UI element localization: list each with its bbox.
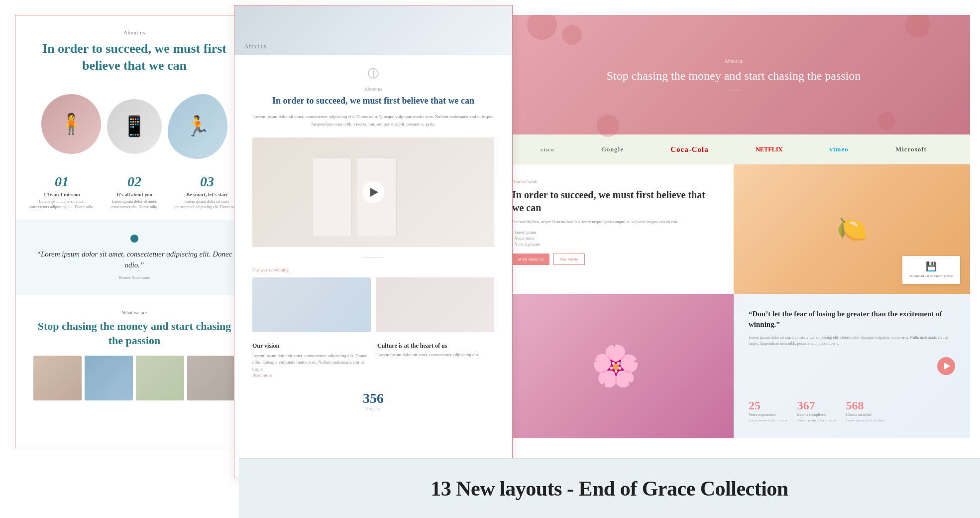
- checklist-item-2: Neque tortor: [512, 236, 719, 241]
- middle-stat: 356 Projects: [252, 386, 494, 416]
- stat-years: 25 Years experience Lorem ipsum dolor si…: [749, 399, 787, 423]
- vision-section: Our vision Lorem ipsum dolor sit amet, c…: [252, 342, 369, 378]
- middle-about-label: About us: [252, 86, 494, 92]
- right-bottom-section: 🌸 “Don’t let the fear of losing be great…: [497, 294, 970, 438]
- left-card-images: 🧍 📱 🏃: [15, 94, 253, 169]
- middle-card-body: About us In order to succeed, we must fi…: [234, 55, 512, 428]
- checklist-item-3: Nulla dignissim: [512, 242, 719, 247]
- our-family-button[interactable]: Our family: [553, 254, 584, 265]
- right-top-title: Stop chasing the money and start chasing…: [607, 68, 861, 85]
- sub-image-1: [252, 277, 371, 332]
- stat-clients-num: 568: [846, 399, 885, 412]
- num-2: 02: [102, 174, 167, 190]
- vision-desc: Lorem ipsum dolor sit amet, consectetuer…: [252, 353, 369, 373]
- left-card-top: About us In order to succeed, we must fi…: [15, 15, 253, 94]
- left-quote-author: Homer Stastname: [33, 275, 235, 280]
- logo-coca-cola: Coca-Cola: [670, 145, 709, 154]
- person-icon-2: 📱: [122, 115, 147, 138]
- right-play-icon: [944, 363, 950, 370]
- stat-label: Projects: [252, 406, 494, 411]
- right-top-divider: [726, 91, 741, 91]
- left-quote-section: “Lorem ipsum dolor sit amet, consectetue…: [15, 220, 253, 295]
- logo-google: Google: [601, 145, 624, 153]
- right-middle-section: How we work In order to succeed, we must…: [497, 164, 970, 294]
- play-button[interactable]: [362, 181, 384, 203]
- right-middle-title: In order to succeed, we must first belie…: [512, 188, 719, 214]
- stats-row: 25 Years experience Lorem ipsum dolor si…: [749, 399, 955, 423]
- stat-clients-desc: Lorem ipsum dolor sit amet: [846, 418, 885, 423]
- right-bottom-quote: “Don’t let the fear of losing be greater…: [749, 309, 955, 330]
- right-middle-text: How we work In order to succeed, we must…: [497, 164, 734, 294]
- deco-circle-1: [527, 15, 557, 40]
- vision-title: Our vision: [252, 342, 369, 350]
- num-title-3: Be smart, let's start: [174, 192, 239, 197]
- num-desc-1: Lorem ipsum dolor sit amet, consectetuer…: [29, 199, 94, 210]
- more-about-us-button[interactable]: More about us: [512, 254, 549, 265]
- num-desc-3: Lorem ipsum dolor sit amet, consectetuer…: [174, 199, 239, 210]
- bottom-img-2: [85, 356, 133, 400]
- stat-years-label: Years experience: [749, 412, 787, 417]
- quote-dot-icon: [130, 235, 138, 243]
- middle-header-label: About us: [244, 43, 266, 50]
- stat-clients: 568 Clients satisfied Lorem ipsum dolor …: [846, 399, 885, 423]
- image-circle-2: 📱: [107, 99, 162, 154]
- person-icon: 🧍: [59, 112, 84, 135]
- num-desc-2: Lorem ipsum dolor sit amet, consectetuer…: [102, 199, 167, 210]
- download-icon: 💾: [909, 261, 953, 272]
- image-blob-3: 🏃: [168, 94, 227, 159]
- deco-circle-3: [905, 15, 930, 37]
- person-icon-3: 🏃: [185, 115, 210, 138]
- door-left: [312, 157, 352, 237]
- right-middle-image: 🍋 💾 Download our company profile: [734, 164, 970, 294]
- right-about-label: About us: [607, 58, 861, 64]
- numbered-item-3: 03 Be smart, let's start Lorem ipsum dol…: [174, 174, 239, 210]
- deco-circle-5: [597, 115, 619, 137]
- bottom-img-1: [33, 356, 82, 400]
- what-we-are-label: What we are: [33, 310, 235, 315]
- logo-microsoft: Microsoft: [895, 145, 927, 153]
- logo-netflix: NETFLIX: [756, 145, 782, 153]
- num-1: 01: [29, 174, 94, 190]
- left-card-title: In order to succeed, we must first belie…: [33, 40, 235, 74]
- right-logos-section: cisco Google Coca-Cola NETFLIX vimeo Mic…: [497, 134, 970, 164]
- read-more-link[interactable]: Read more: [252, 373, 369, 378]
- left-card: About us In order to succeed, we must fi…: [15, 15, 254, 448]
- middle-divider: [363, 257, 383, 258]
- flower-icon: 🌸: [591, 343, 641, 389]
- stat-number: 356: [252, 390, 494, 406]
- left-quote-text: “Lorem ipsum dolor sit amet, consectetue…: [33, 249, 235, 271]
- sub-image-2: [376, 277, 494, 332]
- culture-section: Culture is at the heart of us Lorem ipsu…: [377, 342, 494, 378]
- middle-sub-images: [252, 277, 494, 332]
- stat-events-label: Events completed: [797, 412, 836, 417]
- left-card-bottom: What we are Stop chasing the money and s…: [15, 295, 253, 410]
- middle-vision-grid: Our vision Lorem ipsum dolor sit amet, c…: [252, 342, 494, 386]
- left-about-label: About us: [33, 29, 235, 35]
- numbered-item-2: 02 It's all about you Lorem ipsum dolor …: [102, 174, 167, 210]
- middle-card-header: About us: [234, 5, 512, 55]
- middle-main-desc: Lorem ipsum dolor sit amet, consectetuer…: [252, 113, 494, 128]
- left-bottom-images: [33, 356, 235, 400]
- right-top-text: About us Stop chasing the money and star…: [577, 58, 891, 91]
- download-text: Download our company profile: [909, 274, 953, 279]
- checklist-item-1: Lorem ipsum: [512, 230, 719, 235]
- right-play-button[interactable]: [937, 357, 955, 375]
- deco-circle-4: [878, 112, 895, 130]
- stat-clients-label: Clients satisfied: [846, 412, 885, 417]
- deco-circle-2: [562, 25, 582, 45]
- right-bottom-quote-desc: Lorem ipsum dolor sit amet, consectetuer…: [749, 335, 955, 347]
- left-numbered-items: 01 1 Team 1 mission Lorem ipsum dolor si…: [15, 169, 253, 220]
- banner-text: 13 New layouts - End of Grace Collection: [431, 477, 788, 501]
- right-bottom-image: 🌸: [497, 294, 734, 438]
- play-icon: [370, 188, 378, 197]
- numbered-item-1: 01 1 Team 1 mission Lorem ipsum dolor si…: [29, 174, 94, 210]
- right-bottom-text: “Don’t let the fear of losing be greater…: [734, 294, 970, 438]
- our-way-label: Our way of winning: [252, 267, 494, 272]
- culture-desc: Lorem ipsum dolor sit amet, consectetuer…: [377, 352, 494, 359]
- stat-years-num: 25: [749, 399, 787, 412]
- stat-events: 367 Events completed Lorem ipsum dolor s…: [797, 399, 836, 423]
- bottom-img-3: [136, 356, 184, 400]
- download-overlay: 💾 Download our company profile: [902, 256, 960, 284]
- middle-card: About us About us In order to succeed, w…: [234, 5, 513, 478]
- middle-video-placeholder: [252, 137, 494, 247]
